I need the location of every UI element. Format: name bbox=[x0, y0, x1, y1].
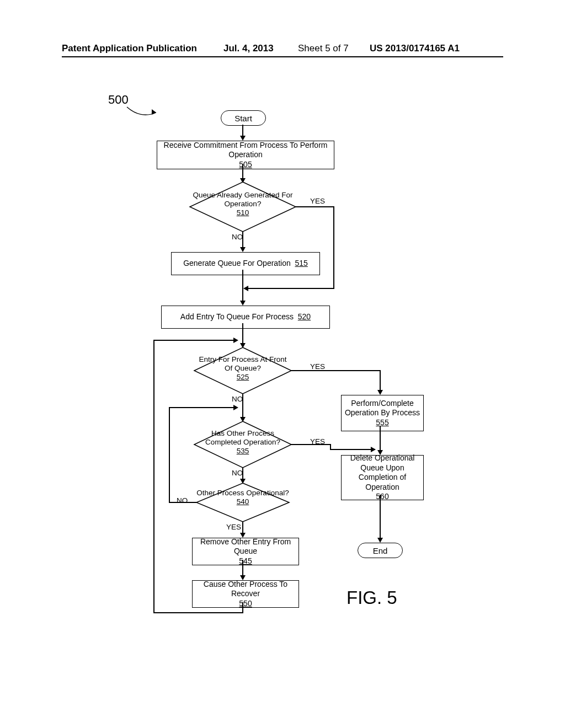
edge bbox=[242, 468, 243, 480]
page: Patent Application Publication Jul. 4, 2… bbox=[0, 0, 565, 728]
edge bbox=[380, 370, 381, 391]
edge bbox=[242, 522, 243, 534]
edge bbox=[248, 288, 334, 289]
node-555-label: Perform/Complete Operation By Process bbox=[344, 399, 421, 418]
node-start: Start bbox=[221, 110, 266, 126]
node-525-ref: 525 bbox=[194, 373, 291, 382]
node-520-ref: 520 bbox=[298, 312, 311, 321]
node-510-label: Queue Already Generated For Operation? bbox=[190, 191, 296, 208]
edge bbox=[242, 323, 243, 344]
edge bbox=[242, 394, 243, 418]
edge bbox=[154, 612, 243, 613]
node-505-label: Receive Commitment From Process To Perfo… bbox=[159, 141, 332, 160]
node-end-label: End bbox=[373, 546, 388, 555]
edge bbox=[169, 407, 170, 503]
node-515: Generate Queue For Operation 515 bbox=[171, 252, 320, 275]
arrow-left-icon bbox=[243, 286, 248, 291]
arrow-down-icon bbox=[240, 247, 246, 252]
label-no-510: NO bbox=[232, 233, 243, 241]
node-560: Delete Operational Queue Upon Completion… bbox=[341, 455, 424, 500]
edge bbox=[296, 206, 334, 207]
label-no-525: NO bbox=[232, 395, 243, 403]
node-505-ref: 505 bbox=[239, 160, 252, 170]
node-545-ref: 545 bbox=[239, 556, 252, 565]
node-545-label: Remove Other Entry From Queue bbox=[195, 537, 296, 556]
label-no-535: NO bbox=[232, 469, 243, 477]
node-545: Remove Other Entry From Queue 545 bbox=[192, 538, 299, 565]
edge bbox=[242, 560, 243, 576]
arrow-down-icon bbox=[240, 136, 246, 141]
node-end: End bbox=[358, 543, 403, 558]
edge bbox=[153, 340, 235, 341]
edge bbox=[169, 407, 235, 408]
header-rule bbox=[62, 56, 503, 57]
header-pubno: US 2013/0174165 A1 bbox=[370, 43, 460, 54]
node-540-ref: 540 bbox=[196, 497, 289, 506]
node-550-label: Cause Other Process To Recover bbox=[195, 580, 296, 599]
node-520: Add Entry To Queue For Process 520 bbox=[161, 306, 330, 329]
arrow-down-icon bbox=[240, 301, 246, 306]
edge bbox=[380, 426, 381, 451]
edge bbox=[242, 602, 243, 613]
arrow-down-icon bbox=[377, 390, 383, 395]
edge bbox=[242, 164, 243, 179]
label-yes-510: YES bbox=[310, 197, 325, 205]
edge bbox=[291, 370, 381, 371]
edge bbox=[380, 495, 381, 539]
node-525-label: Entry For Process At Front Of Queue? bbox=[194, 355, 291, 373]
node-535: Has Other Process Completed Operation? 5… bbox=[194, 421, 291, 468]
header-publication: Patent Application Publication bbox=[62, 43, 197, 54]
node-550: Cause Other Process To Recover 550 bbox=[192, 580, 299, 608]
node-520-label: Add Entry To Queue For Process bbox=[180, 312, 294, 321]
edge bbox=[242, 125, 243, 137]
node-550-ref: 550 bbox=[239, 599, 252, 608]
edge bbox=[242, 232, 243, 248]
svg-marker-0 bbox=[152, 109, 156, 115]
node-510-ref: 510 bbox=[190, 208, 296, 217]
node-535-ref: 535 bbox=[194, 447, 291, 456]
edge bbox=[170, 502, 196, 503]
node-505: Receive Commitment From Process To Perfo… bbox=[157, 141, 334, 169]
node-560-ref: 560 bbox=[376, 492, 388, 501]
edge bbox=[333, 206, 334, 289]
label-no-540: NO bbox=[177, 496, 188, 505]
edge bbox=[153, 340, 154, 613]
label-yes-540: YES bbox=[226, 523, 241, 531]
edge bbox=[291, 444, 331, 445]
label-yes-525: YES bbox=[310, 362, 325, 371]
header-sheet: Sheet 5 of 7 bbox=[298, 43, 349, 54]
node-start-label: Start bbox=[234, 114, 252, 123]
node-540: Other Process Operational? 540 bbox=[196, 483, 289, 522]
node-555: Perform/Complete Operation By Process 55… bbox=[341, 395, 424, 431]
node-560-label: Delete Operational Queue Upon Completion… bbox=[344, 453, 421, 492]
edge bbox=[242, 270, 243, 302]
figure-label: FIG. 5 bbox=[347, 587, 397, 608]
node-555-ref: 555 bbox=[376, 418, 388, 428]
node-540-label: Other Process Operational? bbox=[196, 489, 289, 497]
figure-number-leader bbox=[124, 97, 163, 119]
node-515-label: Generate Queue For Operation bbox=[183, 259, 291, 267]
node-515-ref: 515 bbox=[295, 259, 307, 267]
node-525: Entry For Process At Front Of Queue? 525 bbox=[194, 347, 291, 394]
node-535-label: Has Other Process Completed Operation? bbox=[194, 429, 291, 447]
arrow-down-icon bbox=[377, 538, 383, 543]
node-510: Queue Already Generated For Operation? 5… bbox=[190, 182, 296, 232]
header-date: Jul. 4, 2013 bbox=[223, 43, 274, 54]
edge bbox=[330, 449, 375, 450]
